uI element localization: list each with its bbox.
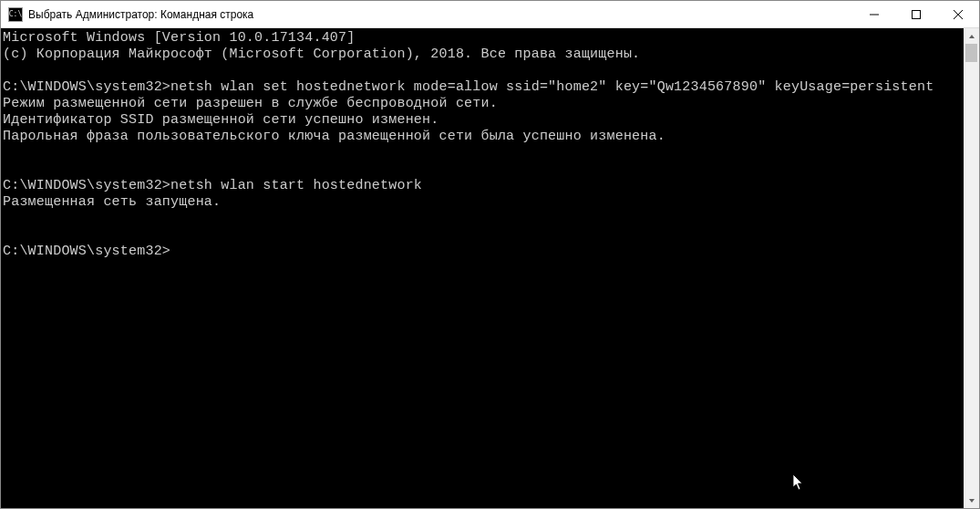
maximize-button[interactable] — [895, 1, 937, 27]
minimize-button[interactable] — [853, 1, 895, 27]
scrollbar-down-button[interactable] — [964, 493, 979, 508]
close-button[interactable] — [937, 1, 979, 27]
vertical-scrollbar[interactable] — [964, 28, 979, 508]
console-output[interactable]: Microsoft Windows [Version 10.0.17134.40… — [1, 28, 964, 508]
minimize-icon — [870, 10, 879, 19]
app-icon-label: C:\ — [9, 10, 22, 18]
svg-rect-1 — [913, 10, 921, 18]
close-icon — [954, 10, 963, 19]
command-prompt-window: C:\ Выбрать Администратор: Командная стр… — [0, 0, 980, 509]
scrollbar-thumb[interactable] — [965, 44, 977, 62]
chevron-down-icon — [968, 497, 975, 504]
window-title: Выбрать Администратор: Командная строка — [28, 8, 853, 21]
window-controls — [853, 1, 979, 27]
maximize-icon — [912, 10, 921, 19]
scrollbar-up-button[interactable] — [964, 28, 979, 44]
chevron-up-icon — [968, 33, 975, 40]
titlebar[interactable]: C:\ Выбрать Администратор: Командная стр… — [1, 1, 979, 28]
client-area: Microsoft Windows [Version 10.0.17134.40… — [1, 28, 979, 508]
app-icon: C:\ — [8, 7, 23, 22]
